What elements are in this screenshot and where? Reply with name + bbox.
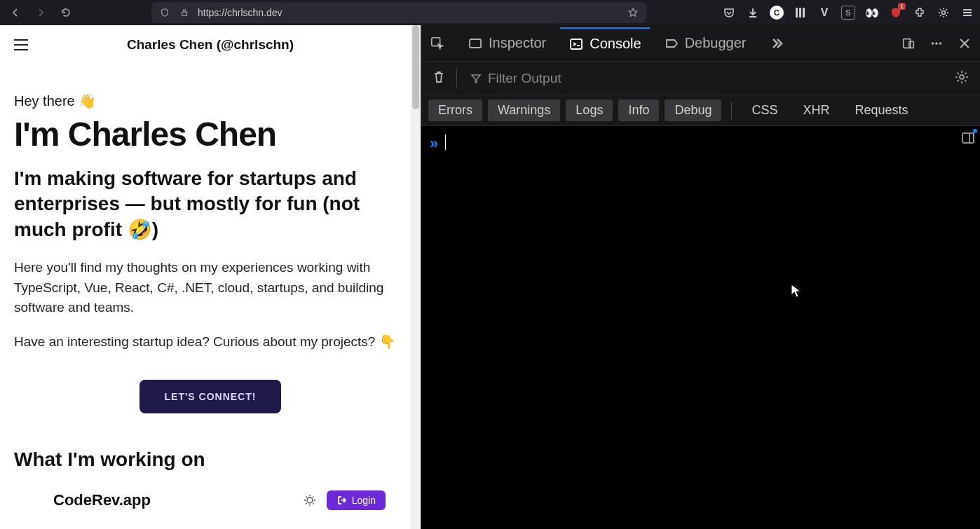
svg-rect-10 (909, 41, 913, 48)
console-icon (569, 36, 584, 52)
console-prompt-icon: » (430, 135, 438, 153)
download-icon[interactable] (746, 6, 760, 20)
pocket-icon[interactable] (722, 6, 736, 20)
hamburger-menu-icon[interactable] (960, 6, 974, 20)
login-icon (336, 495, 348, 506)
svg-rect-7 (470, 39, 481, 48)
element-picker-icon[interactable] (430, 36, 445, 51)
site-menu-button[interactable] (14, 36, 31, 53)
clear-console-icon[interactable] (431, 69, 447, 88)
ext-shield-icon[interactable]: 1 (889, 6, 903, 20)
console-filter-chips: Errors Warnings Logs Info Debug CSS XHR … (421, 95, 980, 126)
project-row: CodeRev.app Login (14, 490, 407, 521)
svg-rect-15 (962, 133, 974, 143)
devtools-menu-icon[interactable] (930, 36, 944, 50)
ext-eyes-icon[interactable]: 👀 (865, 6, 879, 20)
working-on-heading: What I'm working on (14, 448, 407, 471)
theme-toggle-icon[interactable] (303, 493, 317, 507)
svg-point-12 (935, 42, 938, 45)
back-button[interactable] (6, 3, 25, 22)
devtools-tabbar: Inspector Console Debugger (421, 25, 980, 62)
devtools-panel: Inspector Console Debugger (421, 25, 980, 529)
lock-icon (178, 8, 191, 18)
filter-xhr[interactable]: XHR (794, 99, 840, 121)
forward-button[interactable] (31, 3, 50, 22)
tab-debugger[interactable]: Debugger (655, 28, 755, 58)
console-output[interactable]: » (421, 126, 980, 529)
site-header: Charles Chen (@chrlschn) (0, 25, 421, 64)
console-sidebar-toggle-icon[interactable] (960, 130, 976, 149)
tab-inspector[interactable]: Inspector (459, 28, 554, 58)
svg-rect-1 (796, 8, 798, 18)
reload-button[interactable] (56, 3, 76, 22)
svg-point-4 (942, 11, 946, 15)
url-bar[interactable]: https://chrlschn.dev (151, 2, 646, 23)
svg-rect-0 (182, 12, 187, 15)
ext-grid-icon[interactable] (794, 6, 808, 20)
bookmark-star-icon[interactable] (627, 7, 639, 18)
filter-output-input[interactable]: Filter Output (467, 68, 944, 89)
console-cursor (445, 135, 446, 150)
filter-icon (470, 72, 482, 85)
tab-console[interactable]: Console (560, 27, 649, 59)
intro-paragraph: Here you'll find my thoughts on my exper… (14, 258, 407, 318)
page-scrollbar[interactable] (411, 25, 421, 529)
ext-s-icon[interactable]: S (841, 6, 855, 20)
filter-debug[interactable]: Debug (665, 99, 721, 121)
login-button[interactable]: Login (327, 490, 386, 510)
prompt-paragraph: Have an interesting startup idea? Curiou… (14, 332, 407, 352)
devtools-close-icon[interactable] (958, 36, 972, 50)
shield-icon (158, 8, 171, 18)
filter-warnings[interactable]: Warnings (488, 99, 560, 121)
svg-point-13 (939, 42, 942, 45)
filter-errors[interactable]: Errors (428, 99, 482, 121)
responsive-mode-icon[interactable] (901, 36, 916, 50)
debugger-icon (664, 36, 679, 51)
toolbar-extensions: C V S 👀 1 (722, 6, 974, 20)
console-settings-icon[interactable] (953, 69, 970, 88)
svg-rect-2 (799, 8, 801, 18)
svg-point-14 (960, 75, 964, 79)
url-text: https://chrlschn.dev (198, 7, 620, 18)
console-filter-row: Filter Output (421, 62, 980, 95)
ext-c-icon[interactable]: C (770, 6, 784, 20)
site-title: Charles Chen (@chrlschn) (14, 37, 407, 53)
greeting-text: Hey there 👋 (14, 92, 407, 109)
scrollbar-thumb[interactable] (412, 25, 419, 109)
svg-point-5 (307, 497, 313, 503)
browser-toolbar: https://chrlschn.dev C V S 👀 1 (0, 0, 980, 25)
ext-v-icon[interactable]: V (817, 6, 831, 20)
extensions-icon[interactable] (913, 6, 927, 20)
filter-logs[interactable]: Logs (566, 99, 613, 121)
login-label: Login (352, 495, 376, 506)
tabs-overflow[interactable] (761, 28, 794, 59)
filter-separator (731, 102, 732, 120)
filter-info[interactable]: Info (618, 99, 659, 121)
page-content: Charles Chen (@chrlschn) Hey there 👋 I'm… (0, 25, 421, 529)
main-heading: I'm Charles Chen (14, 115, 407, 153)
project-name[interactable]: CodeRev.app (53, 491, 303, 509)
app-settings-icon[interactable] (937, 6, 951, 20)
svg-rect-3 (803, 8, 805, 18)
filter-css[interactable]: CSS (742, 99, 787, 121)
svg-point-11 (932, 42, 934, 45)
sub-heading: I'm making software for startups and ent… (14, 166, 407, 242)
connect-button[interactable]: LET'S CONNECT! (139, 380, 282, 413)
filter-requests[interactable]: Requests (845, 99, 918, 121)
inspector-icon (468, 36, 483, 51)
